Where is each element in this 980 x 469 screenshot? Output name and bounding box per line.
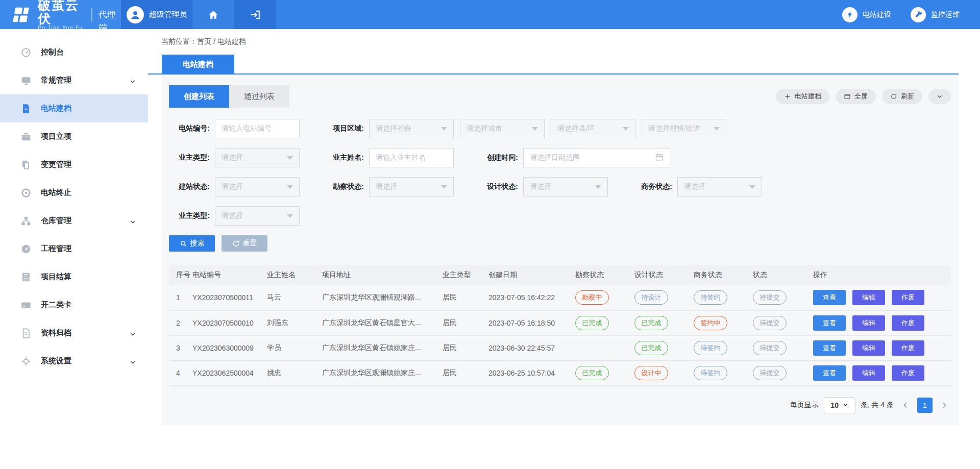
sidebar-item-general-mgmt[interactable]: 常规管理 [0,66,148,94]
filter-design-status[interactable]: 请选择 [523,177,608,196]
owner-type-cell: 居民 [440,310,486,335]
design-status-badge-cell: 已完成 [632,310,692,335]
row-index: 1 [169,285,190,310]
fullscreen-button[interactable]: 全屏 [836,89,876,104]
page-tab-station-archive[interactable]: 电站建档 [162,55,234,73]
sidebar-item-project-initiation[interactable]: 项目立项 [0,122,148,151]
nav-label: 监控运维 [931,10,960,19]
chevron-down-icon [130,78,136,84]
edit-button[interactable]: 编辑 [852,365,885,381]
placeholder-text: 请选择城市 [467,124,529,133]
caret-down-icon [287,185,293,189]
sidebar-item-system-settings[interactable]: 系统设置 [0,347,148,375]
filter-label: 设计状态: [477,182,518,191]
filter-group: 勘察状态:请选择 [323,177,454,196]
home-icon [208,9,219,20]
project-address-cell: 广东深圳龙华区观澜镇观湖路... [320,285,440,310]
sidebar-item-second-card[interactable]: 开二类卡 [0,291,148,319]
sidebar-item-console[interactable]: 控制台 [0,38,148,66]
sidebar-item-warehouse-mgmt[interactable]: 仓库管理 [0,207,148,235]
lightning-icon [842,7,857,22]
collapse-toolbar-button[interactable] [928,89,951,104]
logout-button[interactable] [234,0,276,29]
top-header: 破茧云伏 Po Jian Yun Fu 代理端 超级管理员 电站建设 [0,0,980,29]
sidebar-item-station-termination[interactable]: 电站终止 [0,179,148,207]
void-button[interactable]: 作废 [892,290,924,305]
placeholder-text: 请选择日期范围 [530,153,652,162]
search-label: 搜索 [190,239,205,248]
sidebar-item-label: 常规管理 [41,76,71,85]
design-status-badge-cell: 待设计 [632,285,692,310]
calendar-icon [655,153,664,163]
settings-icon [20,356,32,367]
sidebar-item-label: 工程管理 [41,244,71,254]
current-user-button[interactable]: 超级管理员 [121,0,192,29]
filter-label: 建站状态: [169,182,210,191]
status-badge-cell: 待提交 [751,335,811,360]
chevron-left-icon [902,402,909,409]
filter-label: 电站编号: [169,124,210,133]
filter-build-status[interactable]: 请选择 [215,177,300,196]
sidebar-item-label: 项目结算 [41,272,71,282]
row-index: 4 [169,360,190,385]
status-badge-cell: 待提交 [751,310,811,335]
nav-station-construction[interactable]: 电站建设 [842,7,891,22]
filter-owner-type[interactable]: 请选择 [215,148,300,167]
reset-button[interactable]: 重置 [222,235,267,252]
sidebar-item-label: 项目立项 [41,132,71,141]
filter-business-status[interactable]: 请选择 [677,177,762,196]
edit-button[interactable]: 编辑 [852,290,885,305]
page-number-button[interactable]: 1 [917,398,933,413]
void-button[interactable]: 作废 [892,315,924,331]
sidebar-item-data-archive[interactable]: 资料归档 [0,319,148,347]
sidebar-item-project-settlement[interactable]: 项目结算 [0,263,148,291]
filter-create-time[interactable]: 请选择日期范围 [523,148,670,167]
per-page-select[interactable]: 10 [824,397,855,413]
dashboard-icon [20,243,32,255]
filter-label: 业主类型: [169,153,210,162]
chevron-right-icon [941,402,948,409]
refresh-button[interactable]: 刷新 [882,89,922,104]
sidebar-item-engineering-mgmt[interactable]: 工程管理 [0,235,148,263]
view-button[interactable]: 查看 [813,315,846,331]
tab-create-list[interactable]: 创建列表 [169,85,229,108]
filter-form: 电站编号:请输入电站编号项目区域:请选择省份请选择城市请选择县/区请选择村镇/街… [169,119,951,226]
view-button[interactable]: 查看 [813,340,846,356]
view-button[interactable]: 查看 [813,365,846,381]
table-column-header: 商务状态 [692,265,751,285]
tab-passed-list[interactable]: 通过列表 [229,85,289,108]
per-page-value: 10 [830,401,839,409]
prev-page-button[interactable] [899,398,912,413]
placeholder-text: 请选择 [222,182,284,191]
filter-region-county[interactable]: 请选择县/区 [551,119,635,138]
edit-button[interactable]: 编辑 [852,315,885,331]
caret-down-icon [714,127,720,131]
sidebar-item-label: 系统设置 [41,356,71,366]
caret-down-icon [595,185,601,189]
create-station-button[interactable]: 电站建档 [776,89,829,104]
sidebar-item-station-archive[interactable]: 电站建档 [0,94,148,122]
next-page-button[interactable] [938,398,951,413]
search-button[interactable]: 搜索 [169,235,215,252]
void-button[interactable]: 作废 [892,365,924,381]
chevron-down-icon [130,218,136,224]
filter-group: 业主类型:请选择 [169,148,300,167]
filter-region-village[interactable]: 请选择村镇/街道 [642,119,726,138]
caret-down-icon [287,156,293,160]
filter-station-code[interactable]: 请输入电站编号 [215,119,300,138]
filter-region-province[interactable]: 请选择省份 [369,119,454,138]
sidebar-item-change-mgmt[interactable]: 变更管理 [0,151,148,179]
edit-button[interactable]: 编辑 [852,340,885,356]
filter-label: 创建时间: [477,153,518,162]
filter-owner-type-2[interactable]: 请选择 [215,206,300,226]
void-button[interactable]: 作废 [892,340,924,356]
view-button[interactable]: 查看 [813,290,846,305]
filter-owner-name[interactable]: 请输入业主姓名 [369,148,454,167]
design-status-badge: 设计中 [634,366,668,380]
filter-region-city[interactable]: 请选择城市 [460,119,545,138]
filter-survey-status[interactable]: 请选择 [369,177,454,196]
status-badge-cell: 待提交 [751,360,811,385]
stations-table: 序号电站编号业主姓名项目地址业主类型创建日期勘察状态设计状态商务状态状态操作 1… [169,265,951,386]
nav-monitoring-ops[interactable]: 监控运维 [911,7,960,22]
home-button[interactable] [192,0,234,29]
